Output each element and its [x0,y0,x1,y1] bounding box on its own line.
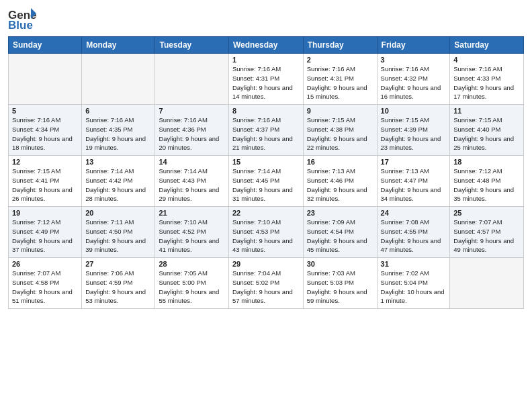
sunrise-text: Sunrise: 7:11 AM [85,218,134,226]
daylight-text: Daylight: 9 hours and 16 minutes. [381,84,441,101]
sunset-text: Sunset: 4:34 PM [12,126,59,133]
sunset-text: Sunset: 4:52 PM [159,228,206,235]
day-cell [9,54,82,105]
day-number: 3 [381,56,447,64]
day-cell: 12Sunrise: 7:15 AMSunset: 4:41 PMDayligh… [9,156,82,207]
sunrise-text: Sunrise: 7:10 AM [159,218,207,226]
sunrise-text: Sunrise: 7:16 AM [307,65,355,73]
daylight-text: Daylight: 9 hours and 15 minutes. [307,84,367,101]
weekday-header-monday: Monday [82,37,155,54]
sunset-text: Sunset: 4:47 PM [381,177,428,184]
sunset-text: Sunset: 5:02 PM [232,279,279,286]
day-info: Sunrise: 7:16 AMSunset: 4:34 PMDaylight:… [12,116,78,152]
sunrise-text: Sunrise: 7:14 AM [159,167,207,175]
day-cell: 17Sunrise: 7:13 AMSunset: 4:47 PMDayligh… [377,156,450,207]
daylight-text: Daylight: 9 hours and 18 minutes. [12,135,73,152]
sunset-text: Sunset: 4:55 PM [381,228,428,235]
sunset-text: Sunset: 4:39 PM [381,126,428,133]
day-number: 26 [12,260,78,268]
sunrise-text: Sunrise: 7:13 AM [381,167,429,175]
day-cell: 26Sunrise: 7:07 AMSunset: 4:58 PMDayligh… [9,258,82,309]
day-number: 1 [232,56,300,64]
day-cell: 15Sunrise: 7:14 AMSunset: 4:45 PMDayligh… [228,156,303,207]
day-info: Sunrise: 7:02 AMSunset: 5:04 PMDaylight:… [381,269,447,306]
day-cell [450,258,524,309]
day-number: 19 [12,209,78,217]
logo-icon: General Blue [8,7,36,31]
daylight-text: Daylight: 9 hours and 14 minutes. [232,84,293,101]
day-cell: 5Sunrise: 7:16 AMSunset: 4:34 PMDaylight… [9,105,82,156]
day-info: Sunrise: 7:16 AMSunset: 4:31 PMDaylight:… [232,64,300,101]
sunrise-text: Sunrise: 7:16 AM [232,65,281,73]
day-cell: 18Sunrise: 7:12 AMSunset: 4:48 PMDayligh… [450,156,524,207]
day-cell [155,54,228,105]
day-cell: 29Sunrise: 7:04 AMSunset: 5:02 PMDayligh… [228,258,303,309]
day-info: Sunrise: 7:03 AMSunset: 5:03 PMDaylight:… [307,269,373,306]
sunset-text: Sunset: 4:49 PM [12,228,59,235]
day-info: Sunrise: 7:12 AMSunset: 4:49 PMDaylight:… [12,218,78,255]
day-cell: 23Sunrise: 7:09 AMSunset: 4:54 PMDayligh… [303,207,377,258]
day-cell: 8Sunrise: 7:16 AMSunset: 4:37 PMDaylight… [228,105,303,156]
day-number: 6 [85,107,151,115]
sunrise-text: Sunrise: 7:16 AM [232,116,281,124]
daylight-text: Daylight: 9 hours and 55 minutes. [159,288,219,305]
daylight-text: Daylight: 9 hours and 31 minutes. [232,186,293,203]
day-number: 20 [85,209,151,217]
sunset-text: Sunset: 4:59 PM [85,279,132,286]
day-info: Sunrise: 7:11 AMSunset: 4:50 PMDaylight:… [85,218,151,255]
day-number: 13 [85,158,151,166]
sunrise-text: Sunrise: 7:06 AM [85,269,134,277]
daylight-text: Daylight: 9 hours and 21 minutes. [232,135,293,152]
day-number: 14 [159,158,224,166]
day-number: 22 [232,209,300,217]
day-number: 9 [307,107,373,115]
day-number: 17 [381,158,447,166]
day-cell: 7Sunrise: 7:16 AMSunset: 4:36 PMDaylight… [155,105,228,156]
sunrise-text: Sunrise: 7:04 AM [232,269,281,277]
daylight-text: Daylight: 9 hours and 35 minutes. [453,186,514,203]
daylight-text: Daylight: 9 hours and 59 minutes. [307,288,367,305]
sunrise-text: Sunrise: 7:15 AM [307,116,355,124]
day-info: Sunrise: 7:05 AMSunset: 5:00 PMDaylight:… [159,269,224,306]
day-info: Sunrise: 7:15 AMSunset: 4:39 PMDaylight:… [381,116,447,152]
day-info: Sunrise: 7:08 AMSunset: 4:55 PMDaylight:… [381,218,447,255]
day-cell: 9Sunrise: 7:15 AMSunset: 4:38 PMDaylight… [303,105,377,156]
day-cell: 28Sunrise: 7:05 AMSunset: 5:00 PMDayligh… [155,258,228,309]
sunset-text: Sunset: 5:04 PM [381,279,428,286]
calendar-table: SundayMondayTuesdayWednesdayThursdayFrid… [8,36,524,309]
day-info: Sunrise: 7:12 AMSunset: 4:48 PMDaylight:… [453,167,520,203]
sunrise-text: Sunrise: 7:12 AM [12,218,60,226]
sunset-text: Sunset: 4:36 PM [159,126,206,133]
day-info: Sunrise: 7:16 AMSunset: 4:33 PMDaylight:… [453,64,520,101]
sunrise-text: Sunrise: 7:16 AM [381,65,429,73]
day-info: Sunrise: 7:07 AMSunset: 4:57 PMDaylight:… [453,218,520,255]
sunrise-text: Sunrise: 7:14 AM [232,167,281,175]
day-info: Sunrise: 7:16 AMSunset: 4:32 PMDaylight:… [381,64,447,101]
sunset-text: Sunset: 4:46 PM [307,177,354,184]
week-row-1: 1Sunrise: 7:16 AMSunset: 4:31 PMDaylight… [9,54,524,105]
daylight-text: Daylight: 9 hours and 47 minutes. [381,237,441,254]
day-number: 7 [159,107,224,115]
day-number: 15 [232,158,300,166]
day-cell: 24Sunrise: 7:08 AMSunset: 4:55 PMDayligh… [377,207,450,258]
day-info: Sunrise: 7:04 AMSunset: 5:02 PMDaylight:… [232,269,300,306]
day-cell: 4Sunrise: 7:16 AMSunset: 4:33 PMDaylight… [450,54,524,105]
day-number: 24 [381,209,447,217]
day-info: Sunrise: 7:14 AMSunset: 4:43 PMDaylight:… [159,167,224,203]
day-cell: 30Sunrise: 7:03 AMSunset: 5:03 PMDayligh… [303,258,377,309]
daylight-text: Daylight: 9 hours and 29 minutes. [159,186,219,203]
sunset-text: Sunset: 4:41 PM [12,177,59,184]
day-info: Sunrise: 7:15 AMSunset: 4:38 PMDaylight:… [307,116,373,152]
day-cell [82,54,155,105]
daylight-text: Daylight: 9 hours and 51 minutes. [12,288,73,305]
sunrise-text: Sunrise: 7:16 AM [12,116,60,124]
weekday-header-thursday: Thursday [303,37,377,54]
sunset-text: Sunset: 4:31 PM [307,75,354,82]
sunset-text: Sunset: 4:43 PM [159,177,206,184]
sunrise-text: Sunrise: 7:08 AM [381,218,429,226]
sunset-text: Sunset: 4:40 PM [453,126,500,133]
day-cell: 14Sunrise: 7:14 AMSunset: 4:43 PMDayligh… [155,156,228,207]
day-info: Sunrise: 7:16 AMSunset: 4:36 PMDaylight:… [159,116,224,152]
day-number: 28 [159,260,224,268]
day-info: Sunrise: 7:15 AMSunset: 4:41 PMDaylight:… [12,167,78,203]
